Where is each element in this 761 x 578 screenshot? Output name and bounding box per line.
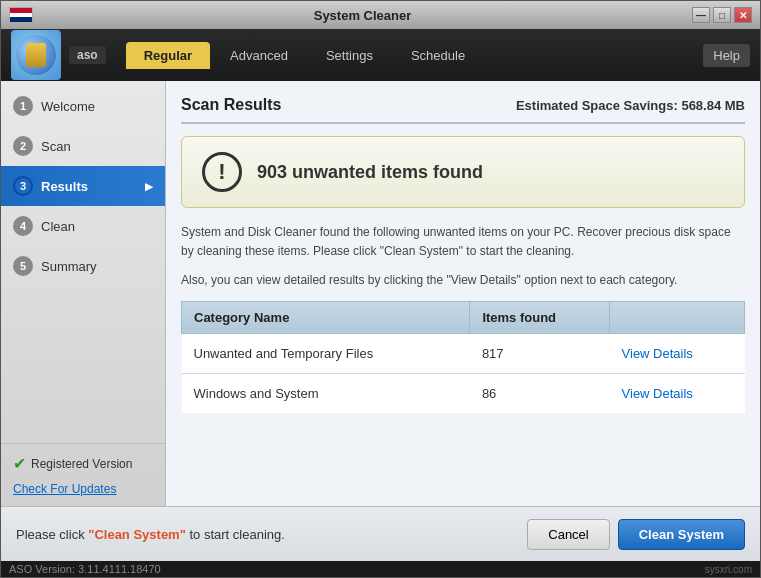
step-circle-4: 4 [13, 216, 33, 236]
aso-label: aso [69, 46, 106, 64]
registered-badge: ✔ Registered Version [13, 454, 153, 473]
check-icon: ✔ [13, 454, 26, 473]
step-circle-5: 5 [13, 256, 33, 276]
main-content: Scan Results Estimated Space Savings: 56… [166, 81, 760, 506]
application-window: System Cleaner — □ ✕ aso Regular Advance… [0, 0, 761, 578]
version-text: ASO Version: 3.11.4111.18470 [9, 563, 161, 575]
tab-schedule[interactable]: Schedule [393, 42, 483, 69]
col-header-action [610, 301, 745, 333]
title-bar: System Cleaner — □ ✕ [1, 1, 760, 29]
logo-area: aso [11, 30, 106, 80]
category-temp-files: Unwanted and Temporary Files [182, 333, 470, 373]
description-text-1: System and Disk Cleaner found the follow… [181, 223, 745, 261]
warning-icon: ! [202, 152, 242, 192]
nav-tabs: Regular Advanced Settings Schedule [126, 42, 483, 69]
footer-message-start: Please click [16, 527, 88, 542]
tab-regular[interactable]: Regular [126, 42, 210, 69]
clean-system-button[interactable]: Clean System [618, 519, 745, 550]
alert-box: ! 903 unwanted items found [181, 136, 745, 208]
version-bar: ASO Version: 3.11.4111.18470 sysxri.com [1, 561, 760, 577]
app-logo [11, 30, 61, 80]
step-circle-3: 3 [13, 176, 33, 196]
col-header-category: Category Name [182, 301, 470, 333]
view-details-windows-system[interactable]: View Details [622, 386, 693, 401]
results-table: Category Name Items found Unwanted and T… [181, 301, 745, 413]
tab-settings[interactable]: Settings [308, 42, 391, 69]
sidebar-label-summary: Summary [41, 259, 97, 274]
scan-results-header: Scan Results Estimated Space Savings: 56… [181, 96, 745, 124]
space-savings: Estimated Space Savings: 568.84 MB [516, 98, 745, 113]
footer-message-end: to start cleaning. [186, 527, 285, 542]
tab-advanced[interactable]: Advanced [212, 42, 306, 69]
sidebar-item-clean[interactable]: 4 Clean [1, 206, 165, 246]
sidebar-label-welcome: Welcome [41, 99, 95, 114]
registered-label: Registered Version [31, 457, 132, 471]
table-row: Windows and System 86 View Details [182, 373, 745, 413]
check-updates-link[interactable]: Check For Updates [13, 482, 116, 496]
sidebar-item-welcome[interactable]: 1 Welcome [1, 86, 165, 126]
sidebar-item-scan[interactable]: 2 Scan [1, 126, 165, 166]
sidebar-bottom: ✔ Registered Version Check For Updates [1, 443, 165, 506]
sidebar: 1 Welcome 2 Scan 3 Results ▶ 4 Clean 5 S… [1, 81, 166, 506]
footer-message: Please click "Clean System" to start cle… [16, 527, 285, 542]
title-controls: — □ ✕ [692, 7, 752, 23]
sidebar-item-results[interactable]: 3 Results ▶ [1, 166, 165, 206]
cancel-button[interactable]: Cancel [527, 519, 609, 550]
category-windows-system: Windows and System [182, 373, 470, 413]
content-area: 1 Welcome 2 Scan 3 Results ▶ 4 Clean 5 S… [1, 81, 760, 506]
step-circle-2: 2 [13, 136, 33, 156]
description-text-2: Also, you can view detailed results by c… [181, 271, 745, 290]
sidebar-label-results: Results [41, 179, 88, 194]
table-row: Unwanted and Temporary Files 817 View De… [182, 333, 745, 373]
flag-icon [9, 7, 33, 23]
toolbar: aso Regular Advanced Settings Schedule H… [1, 29, 760, 81]
title-bar-left [9, 7, 33, 23]
scan-results-title: Scan Results [181, 96, 281, 114]
count-temp-files: 817 [470, 333, 610, 373]
count-windows-system: 86 [470, 373, 610, 413]
alert-text: 903 unwanted items found [257, 162, 483, 183]
help-button[interactable]: Help [703, 44, 750, 67]
restore-button[interactable]: □ [713, 7, 731, 23]
sidebar-label-scan: Scan [41, 139, 71, 154]
sidebar-label-clean: Clean [41, 219, 75, 234]
view-details-temp-files[interactable]: View Details [622, 346, 693, 361]
window-title: System Cleaner [33, 8, 692, 23]
step-circle-1: 1 [13, 96, 33, 116]
sidebar-item-summary[interactable]: 5 Summary [1, 246, 165, 286]
footer: Please click "Clean System" to start cle… [1, 506, 760, 561]
watermark-text: sysxri.com [705, 564, 752, 575]
col-header-items: Items found [470, 301, 610, 333]
footer-buttons: Cancel Clean System [527, 519, 745, 550]
close-button[interactable]: ✕ [734, 7, 752, 23]
minimize-button[interactable]: — [692, 7, 710, 23]
clean-system-link[interactable]: "Clean System" [88, 527, 186, 542]
chevron-right-icon: ▶ [145, 181, 153, 192]
